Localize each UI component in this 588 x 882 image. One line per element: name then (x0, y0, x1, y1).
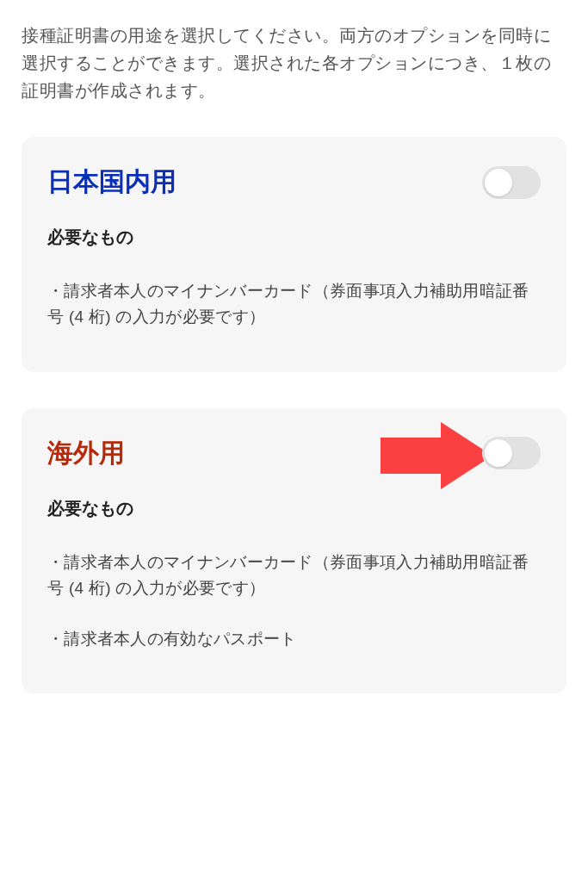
card-header: 海外用 (47, 436, 541, 471)
requirement-item: ・請求者本人のマイナンバーカード（券面事項入力補助用暗証番号 (4 桁) の入力… (47, 278, 541, 331)
toggle-overseas[interactable] (482, 437, 541, 469)
card-domestic: 日本国内用 必要なもの ・請求者本人のマイナンバーカード（券面事項入力補助用暗証… (22, 137, 566, 372)
card-overseas: 海外用 必要なもの ・請求者本人のマイナンバーカード（券面事項入力補助用暗証番号… (22, 408, 566, 693)
intro-text: 接種証明書の用途を選択してください。両方のオプションを同時に選択することができま… (22, 22, 566, 104)
card-header: 日本国内用 (47, 165, 541, 200)
requirement-item: ・請求者本人のマイナンバーカード（券面事項入力補助用暗証番号 (4 桁) の入力… (47, 550, 541, 602)
toggle-domestic[interactable] (482, 166, 541, 199)
requirements-subhead: 必要なもの (47, 226, 541, 249)
card-title-overseas: 海外用 (47, 436, 125, 471)
toggle-knob (485, 439, 512, 467)
toggle-knob (485, 169, 512, 196)
requirement-item: ・請求者本人の有効なパスポート (47, 626, 541, 652)
requirements-subhead: 必要なもの (47, 497, 541, 520)
card-title-domestic: 日本国内用 (47, 165, 176, 200)
